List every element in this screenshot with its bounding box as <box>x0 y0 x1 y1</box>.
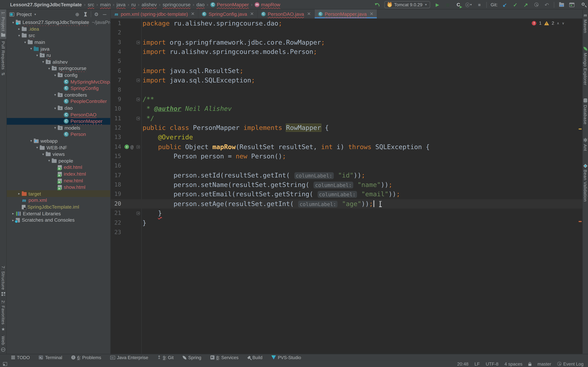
tree-row-target[interactable]: ▸target <box>7 190 110 197</box>
line-number[interactable]: 5 <box>111 57 121 66</box>
line-number[interactable]: 23 <box>111 228 121 237</box>
chevron-down-icon[interactable]: ▾ <box>35 146 40 149</box>
chevron-down-icon[interactable]: ▾ <box>52 126 58 130</box>
caret-position[interactable]: 20:48 <box>457 361 468 367</box>
tree-row-SpringConfig[interactable]: CSpringConfig <box>7 85 110 92</box>
code-line-16[interactable]: 16 <box>111 161 582 171</box>
code-line-10[interactable]: 10 * @author Neil Alishev <box>111 104 582 114</box>
breadcrumb-item-Lesson27.SpringJdbcTemplate[interactable]: Lesson27.SpringJdbcTemplate <box>10 2 82 7</box>
line-number[interactable]: 6 <box>111 66 121 76</box>
code-line-3[interactable]: 3import org.springframework.jdbc.core.Ro… <box>111 38 582 47</box>
tree-row-models[interactable]: ▾models <box>7 125 110 131</box>
code-line-18[interactable]: 18 person.setName(resultSet.getString( c… <box>111 180 582 190</box>
tool-button-Pull Requests[interactable]: Pull Requests⇄ <box>0 39 6 78</box>
rollback-icon[interactable]: ↶ <box>543 1 550 8</box>
line-number[interactable]: 22 <box>111 218 121 228</box>
tree-row-External Libraries[interactable]: ▸External Libraries <box>7 210 110 217</box>
history-icon[interactable] <box>533 1 540 8</box>
toolwindow-button-JavaEnterprise[interactable]: EEJava Enterprise <box>110 355 148 360</box>
toolwindow-button-TODO[interactable]: TODO <box>11 355 30 360</box>
tree-row-controllers[interactable]: ▾controllers <box>7 92 110 98</box>
tree-row-config[interactable]: ▾config <box>7 72 110 78</box>
chevron-down-icon[interactable]: ▾ <box>52 73 58 77</box>
breadcrumb-item-ru[interactable]: ru <box>131 2 136 7</box>
run-icon[interactable]: ▶ <box>434 1 441 8</box>
close-icon[interactable]: ✕ <box>370 11 373 17</box>
code-line-4[interactable]: 4import ru.alishev.springcourse.models.P… <box>111 47 582 57</box>
code-editor[interactable]: ! 1 ! 2 ∧ ∨ 1package ru.alishev.springco… <box>111 19 582 354</box>
tree-row-PersonDAO[interactable]: CPersonDAO <box>7 111 110 118</box>
chevron-down-icon[interactable]: ▾ <box>17 34 22 37</box>
update-project-icon[interactable]: ↙ <box>502 1 508 8</box>
line-number[interactable]: 19 <box>111 190 121 199</box>
tree-row-PeopleController[interactable]: CPeopleController <box>7 98 110 105</box>
chevron-down-icon[interactable]: ▾ <box>41 60 46 64</box>
breadcrumb-item-main[interactable]: main <box>100 2 111 7</box>
stop-icon[interactable]: ■ <box>476 1 483 8</box>
code-line-7[interactable]: 7import java.sql.SQLException; <box>111 76 582 85</box>
tree-row-springcourse[interactable]: ▾springcourse <box>7 65 110 72</box>
line-number[interactable]: 21 <box>111 209 121 218</box>
fold-marker-icon[interactable] <box>137 117 140 120</box>
commit-icon[interactable]: ✓ <box>512 1 519 8</box>
line-number[interactable]: 8 <box>111 85 121 95</box>
tree-row-dao[interactable]: ▾dao <box>7 105 110 111</box>
tool-button-Mongo Explorer[interactable]: Mongo Explorer <box>583 44 588 87</box>
tree-row-PersonMapper[interactable]: CPersonMapper <box>7 118 110 125</box>
override-gutter-icon[interactable]: ↑ <box>124 144 129 149</box>
code-line-6[interactable]: 6import java.sql.ResultSet; <box>111 66 582 76</box>
line-number[interactable]: 9 <box>111 95 121 104</box>
tree-row-edit.html[interactable]: edit.html <box>7 164 110 171</box>
event-log-button[interactable]: Event Log <box>557 361 584 367</box>
tab-PersonMapper.java[interactable]: CPersonMapper.java✕ <box>314 9 377 18</box>
code-line-5[interactable]: 5 <box>111 57 582 66</box>
toolwindow-button-9Git[interactable]: ↥9: Git <box>157 355 173 360</box>
code-line-22[interactable]: 22} <box>111 218 582 228</box>
line-number[interactable]: 11 <box>111 114 121 123</box>
tree-row-Scratches and Consoles[interactable]: ▸Scratches and Consoles <box>7 217 110 223</box>
close-icon[interactable]: ✕ <box>191 11 195 17</box>
chevron-down-icon[interactable]: ▼ <box>34 13 36 16</box>
chevron-down-icon[interactable]: ▾ <box>41 152 46 156</box>
tree-row-.idea[interactable]: ▸.idea <box>7 26 110 32</box>
tree-row-MySpringMvcDispat[interactable]: CMySpringMvcDispat <box>7 78 110 85</box>
fold-marker-icon[interactable] <box>137 212 140 215</box>
toolwindow-button-PVSStudio[interactable]: PVS-Studio <box>271 355 301 360</box>
breadcrumb-item-PersonMapper[interactable]: CPersonMapper <box>210 2 249 7</box>
run-with-coverage-icon[interactable]: C <box>455 1 462 8</box>
settings-icon[interactable]: ⚙ <box>93 11 99 17</box>
tree-row-people[interactable]: ▾people <box>7 158 110 164</box>
code-line-1[interactable]: 1package ru.alishev.springcourse.dao; <box>111 19 582 28</box>
debug-icon[interactable] <box>444 1 451 8</box>
code-line-23[interactable]: 23 <box>111 228 582 237</box>
run-anything-icon[interactable] <box>569 1 575 8</box>
toolwindow-button-Spring[interactable]: Spring <box>183 355 201 360</box>
code-line-14[interactable]: 14↑@ public Object mapRow(ResultSet resu… <box>111 142 582 152</box>
chevron-down-icon[interactable]: ▾ <box>23 40 28 44</box>
tool-button-Ant[interactable]: ✻Ant <box>583 136 588 153</box>
tool-button-Bean Validation[interactable]: Bean Validation <box>583 162 588 204</box>
tool-button-7: Structure[interactable]: 7: Structure <box>0 264 6 298</box>
tree-row-WEB-INF[interactable]: ▾WEB-INF <box>7 144 110 151</box>
code-line-20[interactable]: 20 person.setAge(resultSet.getInt( colum… <box>111 199 582 209</box>
code-line-21[interactable]: 21 } <box>111 209 582 218</box>
breadcrumb-item-java[interactable]: java <box>117 2 125 7</box>
chevron-down-icon[interactable]: ▾ <box>46 159 52 163</box>
chevron-right-icon[interactable]: ▸ <box>17 27 22 31</box>
locate-icon[interactable]: ⊕ <box>74 11 80 17</box>
tool-button-Maven[interactable]: mMaven <box>583 11 588 35</box>
git-branch[interactable]: master <box>537 361 551 367</box>
code-line-13[interactable]: 13 @Override <box>111 133 582 142</box>
prev-problem-icon[interactable]: ∧ <box>557 21 559 25</box>
search-everywhere-icon[interactable] <box>579 1 586 8</box>
line-number[interactable]: 3 <box>111 38 121 47</box>
chevron-down-icon[interactable]: ▾ <box>29 139 34 143</box>
toggle-toolwindows-icon[interactable] <box>3 362 7 366</box>
chevron-down-icon[interactable]: ▾ <box>35 53 40 57</box>
line-ending[interactable]: LF <box>475 361 480 367</box>
next-problem-icon[interactable]: ∨ <box>562 21 564 25</box>
tab-pom.xml (spring-jdbc-template)[interactable]: mpom.xml (spring-jdbc-template)✕ <box>111 9 199 18</box>
code-line-17[interactable]: 17 person.setId(resultSet.getInt( column… <box>111 171 582 180</box>
breadcrumb-item-springcourse[interactable]: springcourse <box>163 2 190 7</box>
line-number[interactable]: 17 <box>111 171 121 180</box>
